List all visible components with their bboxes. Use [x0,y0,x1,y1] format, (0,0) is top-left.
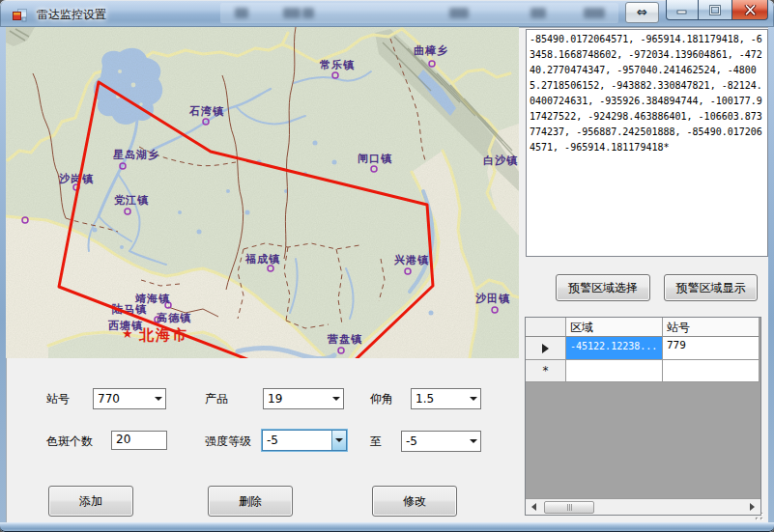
window-switcher-button[interactable]: ⇔ [625,2,659,23]
product-combo-value: 19 [264,392,329,406]
delete-button[interactable]: 删除 [208,486,293,517]
add-button[interactable]: 添加 [48,486,133,517]
grid-horizontal-scrollbar[interactable] [526,498,760,515]
elevation-label: 仰角 [370,391,393,407]
grid-cell-area-empty[interactable] [566,360,663,382]
grid-new-row-selector[interactable]: * [526,360,566,382]
grid-row-selector[interactable] [526,337,566,360]
product-combo[interactable]: 19 [263,388,344,409]
chevron-down-icon[interactable] [151,397,165,401]
to-label: 至 [370,434,382,450]
resize-grip[interactable] [751,507,764,520]
background-window-artifact [283,8,301,18]
map-canvas[interactable]: 沙岗镇 星岛湖乡 党江镇 石湾镇 常乐镇 曲樟乡 闸口镇 白沙镇 福成镇 兴港镇… [6,27,519,358]
grid-new-row[interactable]: * [526,360,760,382]
background-window-artifact [530,8,546,18]
background-window-artifact [302,8,314,18]
background-window-artifact [220,3,618,23]
spots-label: 色斑个数 [46,434,93,450]
grid-row-1[interactable]: -45122.12238... 779 [526,337,760,360]
close-button[interactable] [731,0,768,20]
maximize-button[interactable] [699,0,731,20]
grid-cell-station-empty[interactable] [663,360,760,382]
minimize-icon [676,5,688,14]
chevron-down-icon[interactable] [466,397,480,401]
app-icon [12,7,27,22]
window-bottom-border [0,522,774,532]
map-svg: 沙岗镇 星岛湖乡 党江镇 石湾镇 常乐镇 曲樟乡 闸口镇 白沙镇 福成镇 兴港镇… [6,27,519,358]
product-label: 产品 [205,391,228,407]
modify-button[interactable]: 修改 [372,486,457,517]
station-label: 站号 [46,391,70,407]
scroll-left-arrow-icon[interactable] [526,499,542,515]
title-bar[interactable]: 雷达监控设置 ⇔ [0,0,774,27]
background-window-artifact [584,8,605,18]
warn-area-select-button[interactable]: 预警区域选择 [556,274,650,301]
to-combo-value: -5 [402,434,466,448]
warn-area-display-button[interactable]: 预警区域显示 [664,274,758,301]
map-texture [6,27,519,358]
grid-cell-area[interactable]: -45122.12238... [566,337,663,360]
spots-input[interactable]: 20 [111,431,167,450]
client-area: 沙岗镇 星岛湖乡 党江镇 石湾镇 常乐镇 曲樟乡 闸口镇 白沙镇 福成镇 兴港镇… [6,27,768,522]
station-combo-value: 770 [94,392,151,406]
chevron-down-icon[interactable] [331,431,346,450]
grid-corner-cell[interactable] [526,318,566,337]
background-window-artifact [235,8,248,18]
caption-buttons [666,0,768,20]
minimize-button[interactable] [666,0,699,20]
station-combo[interactable]: 770 [93,388,166,409]
grid-col-header-area[interactable]: 区域 [566,318,663,337]
elevation-combo-value: 1.5 [412,392,466,406]
close-icon [744,5,757,15]
chevron-down-icon[interactable] [466,439,480,443]
scrollbar-thumb[interactable] [544,501,594,514]
current-row-arrow-icon [542,344,549,353]
coordinates-textbox[interactable]: -85490.0172064571, -965914.181179418, -6… [526,29,768,257]
grid-col-header-station[interactable]: 站号 [663,318,760,337]
area-data-grid[interactable]: 区域 站号 -45122.12238... 779 * [525,317,761,516]
intensity-combo-value: -5 [263,434,331,447]
window-title: 雷达监控设置 [37,7,106,23]
grid-header-row: 区域 站号 [526,318,760,337]
to-combo[interactable]: -5 [401,431,481,452]
elevation-combo[interactable]: 1.5 [411,388,481,409]
background-window-artifact [449,8,469,18]
app-window: 雷达监控设置 ⇔ [0,0,774,532]
chevron-down-icon[interactable] [329,397,343,401]
grid-cell-station[interactable]: 779 [663,337,760,360]
intensity-combo[interactable]: -5 [262,430,347,451]
intensity-label: 强度等级 [205,434,251,450]
maximize-icon [709,5,721,15]
